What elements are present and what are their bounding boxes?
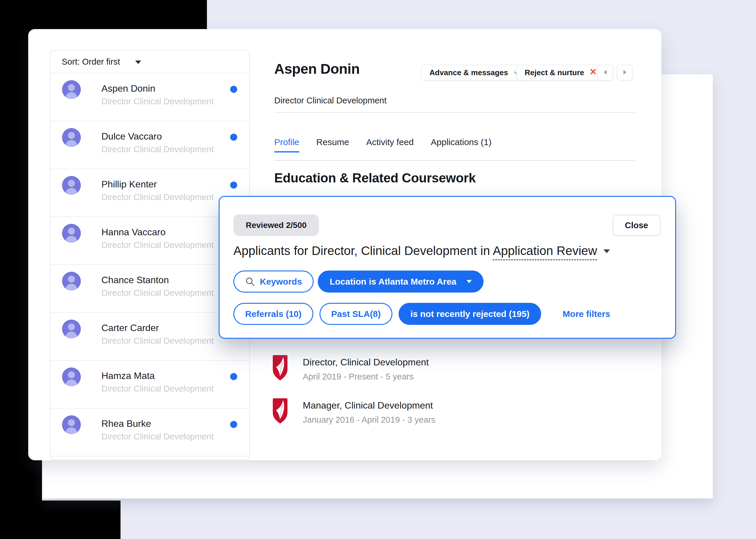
section-heading: Education & Related Coursework	[274, 171, 476, 185]
modal-title-prefix: Applicants for Director, Clinical Develo…	[234, 244, 493, 258]
candidate-list-item-partial	[50, 456, 249, 460]
more-filters-link[interactable]: More filters	[563, 309, 610, 319]
candidate-page-title: Aspen Donin	[274, 61, 360, 77]
background-black-bottom	[0, 501, 121, 539]
filter-pill-label: is not recently rejected (195)	[410, 309, 529, 319]
candidate-name: Aspen Donin	[101, 83, 155, 94]
filter-pill-referrals-10-[interactable]: Referrals (10)	[234, 303, 313, 325]
candidate-title: Director Clinical Development	[101, 336, 214, 346]
unread-dot	[230, 86, 237, 93]
unread-dot	[230, 134, 237, 141]
avatar-person-icon	[62, 367, 81, 386]
candidate-name: Phillip Kenter	[101, 179, 157, 190]
stage-selector[interactable]: Application Review	[493, 244, 597, 260]
candidate-list-item[interactable]: Aspen Donin Director Clinical Developmen…	[50, 73, 249, 121]
reject-button-label: Reject & nurture	[525, 68, 584, 77]
candidate-list-item[interactable]: Hamza Mata Director Clinical Development	[50, 361, 249, 409]
experience-role: Manager, Clinical Development	[303, 400, 435, 411]
experience-dates: April 2019 - Present - 5 years	[303, 372, 429, 382]
reviewed-count-badge: Reviewed 2/500	[234, 214, 319, 236]
experience-item: Director, Clinical Development April 201…	[272, 354, 429, 382]
candidate-title: Director Clinical Development	[101, 288, 214, 298]
candidate-name: Hanna Vaccaro	[101, 227, 165, 238]
employer-shield-icon	[272, 398, 288, 424]
review-queue-modal: Reviewed 2/500 Close Applicants for Dire…	[219, 196, 676, 339]
filter-pill-label: Referrals (10)	[245, 309, 302, 319]
close-modal-button[interactable]: Close	[613, 215, 660, 236]
avatar-person-icon	[62, 415, 81, 434]
desktop-canvas: Sort: Order first Aspen Donin Director C…	[0, 0, 756, 539]
avatar-person-icon	[62, 80, 81, 99]
candidate-list-item[interactable]: Rhea Burke Director Clinical Development	[50, 409, 249, 456]
candidate-title: Director Clinical Development	[101, 432, 214, 441]
chevron-left-icon	[602, 69, 608, 76]
next-candidate-button[interactable]	[617, 65, 633, 80]
caret-down-icon	[466, 280, 472, 283]
candidate-title: Director Clinical Development	[101, 97, 214, 106]
candidate-name: Chance Stanton	[101, 274, 169, 285]
caret-down-icon	[135, 60, 141, 64]
unread-dot	[230, 421, 237, 428]
filter-pill-keywords[interactable]: Keywords	[234, 270, 314, 292]
tabs-divider	[274, 160, 635, 161]
unread-dot	[230, 182, 237, 189]
profile-tabs: ProfileResumeActivity feedApplications (…	[274, 137, 492, 152]
employer-shield-icon	[272, 354, 288, 381]
advance-button-label: Advance & messages	[429, 68, 508, 77]
filter-pill-is-not-recently-rejected-195-[interactable]: is not recently rejected (195)	[399, 303, 541, 325]
experience-role: Director, Clinical Development	[303, 357, 429, 368]
header-divider	[274, 112, 635, 113]
caret-down-icon	[604, 249, 610, 253]
candidate-title: Director Clinical Development	[101, 193, 214, 202]
tab-applications-1-[interactable]: Applications (1)	[431, 137, 492, 152]
advance-and-messages-button[interactable]: Advance & messages	[421, 65, 530, 80]
sort-label: Sort: Order first	[62, 57, 120, 67]
tab-profile[interactable]: Profile	[274, 137, 299, 152]
avatar-person-icon	[62, 128, 81, 147]
avatar-person-icon	[62, 320, 81, 339]
experience-item: Manager, Clinical Development January 20…	[272, 398, 435, 425]
candidate-name: Rhea Burke	[101, 418, 151, 429]
candidate-name: Carter Carder	[101, 323, 159, 333]
candidate-job-title: Director Clinical Development	[274, 96, 387, 106]
filter-pill-label: Keywords	[260, 277, 302, 287]
tab-resume[interactable]: Resume	[316, 137, 349, 152]
previous-candidate-button[interactable]	[597, 65, 613, 80]
filter-pill-label: Past SLA(8)	[331, 309, 381, 319]
reject-and-nurture-button[interactable]: Reject & nurture	[517, 65, 605, 80]
modal-title: Applicants for Director, Clinical Develo…	[234, 244, 610, 258]
avatar-person-icon	[62, 224, 81, 243]
sort-dropdown[interactable]: Sort: Order first	[50, 50, 249, 73]
candidate-list-item[interactable]: Dulce Vaccaro Director Clinical Developm…	[50, 121, 249, 169]
candidate-name: Dulce Vaccaro	[101, 131, 162, 142]
chevron-right-icon	[622, 69, 628, 76]
filter-pill-location-is-atlanta-metro-area[interactable]: Location is Atlanta Metro Area	[318, 270, 483, 292]
unread-dot	[230, 373, 237, 380]
candidate-title: Director Clinical Development	[101, 144, 214, 154]
avatar-person-icon	[62, 176, 81, 195]
candidate-title: Director Clinical Development	[101, 384, 214, 394]
filter-pill-label: Location is Atlanta Metro Area	[330, 277, 456, 287]
filter-row-1: KeywordsLocation is Atlanta Metro Area	[234, 270, 484, 292]
candidate-title: Director Clinical Development	[101, 240, 214, 250]
filter-row-2: Referrals (10)Past SLA(8)is not recently…	[234, 303, 610, 325]
tab-activity-feed[interactable]: Activity feed	[366, 137, 414, 152]
avatar-person-icon	[62, 272, 81, 290]
search-icon	[245, 277, 255, 287]
experience-dates: January 2016 - April 2019 - 3 years	[303, 415, 435, 425]
filter-pill-past-sla-8-[interactable]: Past SLA(8)	[320, 303, 392, 325]
candidate-name: Hamza Mata	[101, 370, 154, 381]
x-icon	[589, 68, 597, 78]
